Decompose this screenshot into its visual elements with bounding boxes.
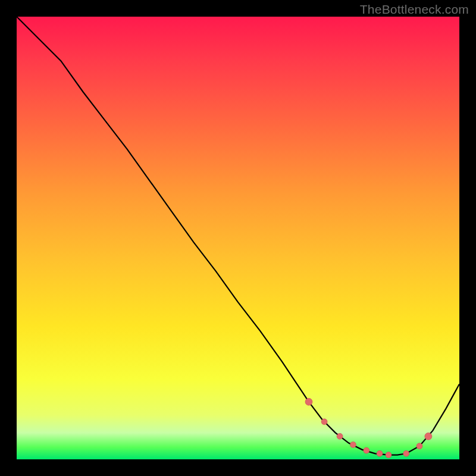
marker-dot [416,443,422,449]
marker-dots [305,398,432,458]
curve-layer [17,17,459,459]
marker-dot [425,433,432,440]
marker-dot [337,433,343,439]
marker-dot [386,452,392,458]
watermark-text: TheBottleneck.com [360,2,469,17]
marker-dot [377,450,383,456]
marker-dot [364,447,369,453]
marker-dot [305,398,312,405]
marker-dot [321,419,327,425]
marker-dot [350,441,356,447]
bottleneck-curve [17,17,459,455]
marker-dot [403,450,409,456]
chart-stage: TheBottleneck.com [0,0,476,476]
plot-area [17,17,459,459]
